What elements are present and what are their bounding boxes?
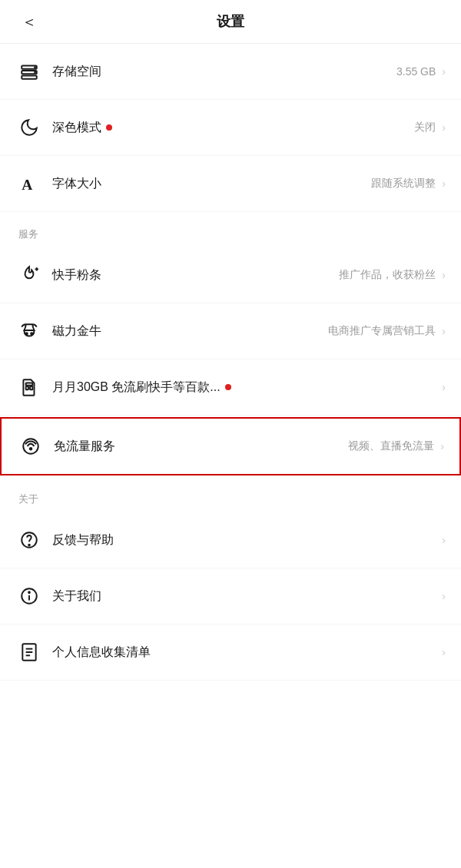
app-header: ＜ 设置: [0, 0, 461, 44]
flame-plus-icon: [15, 261, 43, 289]
menu-item-value: 跟随系统调整: [371, 177, 436, 190]
chevron-right-icon: ›: [442, 381, 446, 393]
menu-item-label: 个人信息收集清单: [52, 644, 151, 661]
notification-dot: [106, 124, 112, 131]
chevron-right-icon: ›: [442, 325, 446, 337]
menu-item-value: 推广作品，收获粉丝: [339, 268, 436, 282]
bull-icon: [15, 317, 43, 345]
back-button[interactable]: ＜: [15, 8, 43, 35]
question-circle-icon: [15, 526, 43, 554]
sim-card-icon: [15, 373, 43, 401]
menu-item-label: 深色模式: [52, 120, 101, 136]
menu-item-font-size[interactable]: A 字体大小跟随系统调整›: [0, 156, 461, 212]
menu-item-feedback[interactable]: 反馈与帮助›: [0, 512, 461, 568]
menu-item-about-us[interactable]: 关于我们›: [0, 568, 461, 624]
svg-point-16: [28, 545, 30, 546]
menu-item-storage[interactable]: 存储空间3.55 GB›: [0, 44, 461, 100]
chevron-right-icon: ›: [442, 65, 446, 78]
menu-item-kuaishou-fentiao[interactable]: 快手粉条推广作品，收获粉丝›: [0, 247, 461, 303]
chevron-right-icon: ›: [440, 440, 444, 452]
chevron-right-icon: ›: [442, 121, 446, 134]
svg-text:A: A: [22, 177, 32, 193]
menu-item-label: 快手粉条: [52, 267, 101, 283]
menu-item-label: 存储空间: [52, 64, 101, 80]
menu-item-label: 字体大小: [52, 176, 101, 192]
menu-item-personal-info[interactable]: 个人信息收集清单›: [0, 624, 461, 681]
moon-icon: [15, 114, 43, 141]
svg-rect-2: [22, 75, 37, 78]
menu-item-label: 免流量服务: [54, 439, 115, 455]
menu-item-label: 磁力金牛: [52, 323, 101, 340]
menu-item-label: 月月30GB 免流刷快手等百款...: [52, 379, 221, 396]
menu-item-monthly-30gb[interactable]: 月月30GB 免流刷快手等百款...›: [0, 359, 461, 416]
menu-item-dark-mode[interactable]: 深色模式关闭›: [0, 100, 461, 156]
chevron-right-icon: ›: [442, 534, 446, 546]
svg-point-4: [35, 72, 35, 73]
wifi-circle-icon: [17, 432, 45, 460]
menu-item-value: 电商推广专属营销工具: [328, 324, 436, 338]
list-doc-icon: [15, 638, 43, 666]
chevron-right-icon: ›: [442, 646, 446, 658]
menu-item-value: 3.55 GB: [396, 65, 436, 78]
chevron-right-icon: ›: [442, 177, 446, 190]
menu-item-label: 反馈与帮助: [52, 532, 114, 548]
page-title: 设置: [217, 12, 244, 31]
menu-item-value: 视频、直播免流量: [348, 439, 434, 453]
menu-item-magnetic-bull[interactable]: 磁力金牛电商推广专属营销工具›: [0, 303, 461, 359]
svg-rect-10: [26, 386, 28, 389]
svg-rect-12: [26, 383, 33, 386]
svg-point-14: [30, 448, 32, 450]
svg-point-8: [26, 333, 28, 334]
font-icon: A: [15, 170, 43, 197]
svg-point-9: [31, 333, 32, 334]
chevron-right-icon: ›: [442, 269, 446, 281]
menu-item-free-traffic[interactable]: 免流量服务视频、直播免流量›: [0, 417, 461, 475]
svg-rect-11: [30, 386, 32, 389]
svg-point-3: [35, 67, 35, 68]
notification-dot: [225, 384, 231, 390]
svg-point-19: [28, 591, 30, 593]
storage-icon: [15, 58, 43, 85]
menu-item-label: 关于我们: [52, 588, 101, 605]
chevron-right-icon: ›: [442, 590, 446, 602]
info-circle-icon: [15, 582, 43, 610]
menu-item-value: 关闭: [414, 121, 436, 134]
section-label-服务: 服务: [0, 212, 461, 247]
section-label-关于: 关于: [0, 477, 461, 512]
